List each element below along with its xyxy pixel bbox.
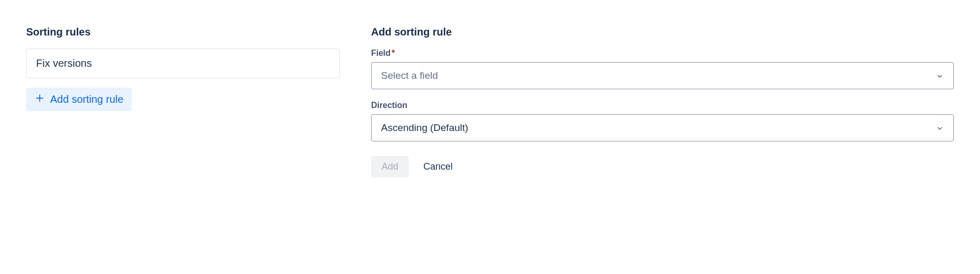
direction-label: Direction	[371, 101, 954, 110]
direction-select[interactable]: Ascending (Default)	[371, 114, 954, 141]
sorting-rule-item[interactable]: Fix versions	[26, 49, 340, 78]
add-sorting-rule-label: Add sorting rule	[50, 93, 123, 105]
sorting-rules-panel: Sorting rules Fix versions Add sorting r…	[26, 26, 340, 177]
direction-select-value: Ascending (Default)	[381, 122, 468, 134]
add-button[interactable]: Add	[371, 156, 409, 177]
cancel-button[interactable]: Cancel	[421, 156, 455, 177]
field-label: Field*	[371, 49, 954, 58]
form-actions: Add Cancel	[371, 156, 954, 177]
add-sorting-rule-panel: Add sorting rule Field* Select a field D…	[371, 26, 954, 177]
required-asterisk: *	[391, 49, 395, 57]
sorting-rule-label: Fix versions	[36, 57, 92, 69]
chevron-down-icon	[936, 72, 944, 80]
chevron-down-icon	[936, 124, 944, 132]
field-label-text: Field	[371, 49, 390, 57]
field-select[interactable]: Select a field	[371, 62, 954, 89]
sorting-rules-heading: Sorting rules	[26, 26, 340, 38]
add-sorting-rule-button[interactable]: Add sorting rule	[26, 88, 132, 111]
field-select-placeholder: Select a field	[381, 70, 438, 81]
add-sorting-rule-heading: Add sorting rule	[371, 26, 954, 38]
plus-icon	[34, 93, 45, 106]
